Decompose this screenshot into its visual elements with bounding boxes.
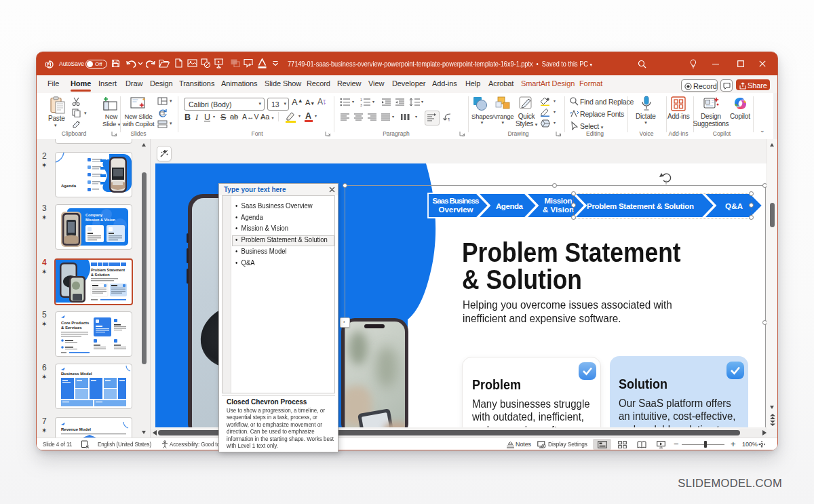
svg-text:1: 1 xyxy=(360,98,362,102)
svg-text:P: P xyxy=(47,62,50,66)
svg-text:& Solution: & Solution xyxy=(91,273,110,277)
svg-text:¶: ¶ xyxy=(448,117,450,121)
svg-text:Mission & Vision: Mission & Vision xyxy=(85,218,116,222)
svg-text:Company: Company xyxy=(85,213,103,217)
svg-text:Problem Statement: Problem Statement xyxy=(91,268,125,272)
svg-text:& Services: & Services xyxy=(61,326,82,330)
svg-text:Mission: Mission xyxy=(545,197,573,205)
svg-text:Agenda: Agenda xyxy=(61,184,77,188)
svg-text:Core Products: Core Products xyxy=(61,321,90,325)
svg-text:3: 3 xyxy=(360,103,362,106)
svg-text:Business Model: Business Model xyxy=(61,372,92,376)
svg-text:Agenda: Agenda xyxy=(496,202,524,210)
svg-text:& Vision: & Vision xyxy=(543,206,574,214)
svg-text:Revenue Model: Revenue Model xyxy=(61,427,91,431)
svg-text:Saas Business: Saas Business xyxy=(433,197,480,205)
svg-text:Overview: Overview xyxy=(439,206,473,214)
